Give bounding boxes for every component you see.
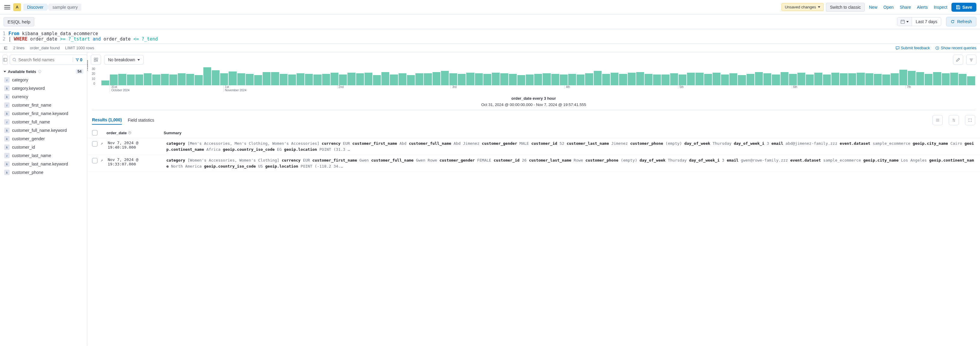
histogram-bar[interactable]	[602, 74, 610, 85]
settings-button[interactable]	[949, 115, 959, 125]
histogram-bar[interactable]	[882, 74, 890, 85]
histogram-bar[interactable]	[356, 73, 364, 85]
histogram-bar[interactable]	[534, 74, 542, 85]
field-item-customer_first_name-keyword[interactable]: kcustomer_first_name.keyword	[2, 109, 84, 118]
field-filter-button[interactable]: 0	[73, 57, 85, 62]
histogram-bar[interactable]	[789, 74, 797, 85]
histogram-bar[interactable]	[331, 73, 339, 85]
histogram-bar[interactable]	[925, 74, 932, 85]
select-all-checkbox[interactable]	[92, 130, 97, 135]
date-picker[interactable]: Last 7 days	[897, 17, 941, 26]
histogram-bar[interactable]	[313, 74, 321, 85]
histogram-bar[interactable]	[577, 74, 584, 85]
histogram-bar[interactable]	[959, 74, 966, 85]
histogram-bar[interactable]	[280, 74, 288, 85]
histogram-bar[interactable]	[729, 73, 737, 85]
submit-feedback-link[interactable]: Submit feedback	[896, 46, 930, 50]
histogram-bar[interactable]	[407, 75, 415, 85]
info-icon[interactable]	[38, 70, 41, 73]
histogram-bar[interactable]	[152, 74, 160, 85]
histogram-bar[interactable]	[916, 72, 924, 85]
field-item-customer_gender[interactable]: kcustomer_gender	[2, 135, 84, 143]
field-search[interactable]: 0	[10, 55, 87, 65]
field-item-currency[interactable]: kcurrency	[2, 92, 84, 101]
histogram-bar[interactable]	[772, 74, 780, 85]
histogram-bar[interactable]	[908, 71, 916, 85]
histogram-bar[interactable]	[500, 73, 508, 85]
histogram-bar[interactable]	[475, 73, 483, 85]
histogram-bar[interactable]	[203, 67, 211, 85]
histogram-bar[interactable]	[891, 73, 899, 85]
histogram-bar[interactable]	[297, 73, 304, 85]
histogram-bar[interactable]	[644, 74, 652, 85]
histogram-bar[interactable]	[865, 73, 873, 85]
histogram-bar[interactable]	[526, 74, 534, 85]
histogram-bar[interactable]	[110, 74, 118, 85]
histogram-bar[interactable]	[874, 74, 881, 85]
histogram-bar[interactable]	[135, 74, 143, 85]
histogram-bar[interactable]	[797, 73, 805, 85]
expand-icon[interactable]: ↗	[100, 141, 105, 152]
menu-icon[interactable]	[3, 3, 11, 11]
histogram-bar[interactable]	[899, 70, 907, 85]
histogram-bar[interactable]	[118, 74, 126, 85]
histogram-bar[interactable]	[347, 73, 355, 85]
alerts-link[interactable]: Alerts	[915, 3, 929, 11]
collapse-sidebar-button[interactable]	[2, 55, 8, 65]
histogram-bar[interactable]	[670, 73, 678, 85]
histogram-bar[interactable]	[178, 73, 186, 85]
histogram-bar[interactable]	[764, 73, 771, 85]
histogram-bar[interactable]	[458, 74, 466, 85]
histogram-bar[interactable]	[636, 72, 644, 85]
table-row[interactable]: ↗ Nov 7, 2024 @ 19:40:19.000 category [M…	[87, 138, 980, 155]
histogram-bar[interactable]	[628, 73, 636, 85]
column-order-date[interactable]: order_date	[100, 131, 161, 135]
histogram-bar[interactable]	[857, 73, 864, 85]
column-summary[interactable]: Summary	[164, 131, 975, 135]
edit-chart-button[interactable]	[953, 55, 963, 65]
histogram-bar[interactable]	[271, 72, 279, 85]
histogram-bar[interactable]	[466, 73, 474, 85]
histogram-bar[interactable]	[823, 74, 831, 85]
histogram-bar[interactable]	[933, 72, 941, 85]
histogram-bar[interactable]	[390, 74, 398, 85]
histogram-bar[interactable]	[619, 74, 627, 85]
add-panel-button[interactable]	[91, 55, 101, 65]
expand-icon[interactable]: ↗	[100, 158, 105, 169]
unsaved-changes-badge[interactable]: Unsaved changes	[781, 3, 824, 11]
histogram-bar[interactable]	[415, 73, 423, 85]
histogram-bar[interactable]	[246, 74, 254, 85]
breadcrumb-sample-query[interactable]: sample query	[47, 3, 81, 11]
available-fields-section[interactable]: Available fields 54	[2, 67, 84, 76]
date-range-label[interactable]: Last 7 days	[912, 17, 941, 26]
histogram-bar[interactable]	[594, 71, 601, 85]
histogram-bar[interactable]	[755, 72, 763, 85]
calendar-icon[interactable]	[897, 17, 912, 26]
histogram-bar[interactable]	[373, 75, 381, 85]
histogram-bar[interactable]	[662, 74, 669, 85]
histogram-bar[interactable]	[551, 74, 559, 85]
histogram-bar[interactable]	[449, 73, 457, 85]
field-search-input[interactable]	[18, 57, 71, 62]
field-item-customer_last_name[interactable]: tcustomer_last_name	[2, 151, 84, 160]
histogram-bar[interactable]	[611, 73, 619, 85]
open-link[interactable]: Open	[881, 3, 896, 11]
show-recent-queries-link[interactable]: Show recent queries	[935, 46, 977, 50]
field-item-customer_id[interactable]: kcustomer_id	[2, 143, 84, 151]
histogram-bar[interactable]	[220, 73, 228, 85]
histogram-bar[interactable]	[382, 72, 389, 85]
histogram-bar[interactable]	[509, 74, 517, 85]
histogram-bar[interactable]	[399, 73, 406, 85]
histogram-bar[interactable]	[738, 75, 746, 85]
histogram-bar[interactable]	[212, 70, 220, 85]
indent-icon[interactable]	[3, 46, 8, 50]
histogram-bar[interactable]	[186, 74, 194, 85]
histogram-bar[interactable]	[704, 74, 712, 85]
field-item-category-keyword[interactable]: kcategory.keyword	[2, 84, 84, 92]
histogram-bar[interactable]	[713, 73, 721, 85]
tab-results[interactable]: Results (1,000)	[92, 116, 122, 125]
histogram-bar[interactable]	[653, 74, 661, 85]
field-item-customer_full_name-keyword[interactable]: kcustomer_full_name.keyword	[2, 126, 84, 135]
row-checkbox[interactable]	[92, 158, 97, 163]
esql-help-button[interactable]: ES|QL help	[3, 17, 34, 27]
